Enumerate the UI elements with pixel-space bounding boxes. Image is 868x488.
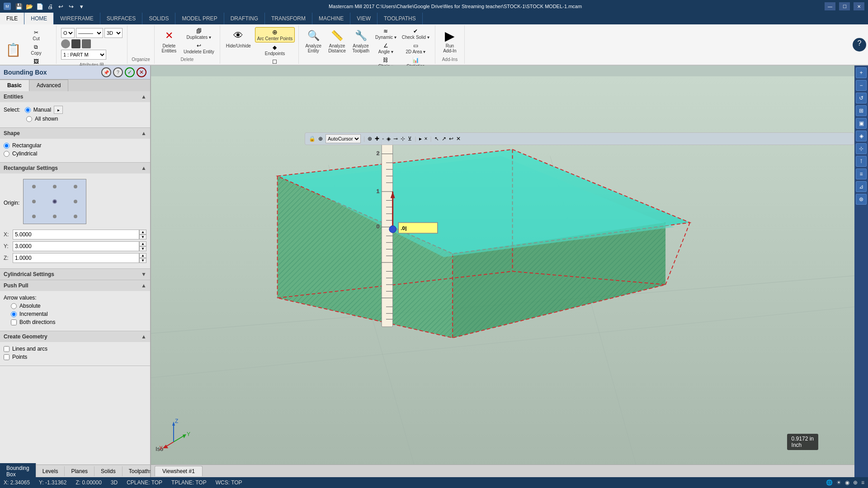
check-solid-button[interactable]: ✔ Check Solid ▾ xyxy=(400,27,431,41)
panel-cancel-button[interactable]: ✕ xyxy=(137,67,146,77)
size-z-down[interactable]: ▼ xyxy=(139,258,146,263)
origin-dot-bl[interactable] xyxy=(24,209,44,224)
color-select[interactable]: ——— xyxy=(76,28,103,38)
right-btn-2[interactable]: − xyxy=(856,80,867,91)
tab-levels[interactable]: Levels xyxy=(36,466,65,476)
size-x-up[interactable]: ▲ xyxy=(139,230,146,235)
size-z-input[interactable] xyxy=(13,253,139,263)
right-btn-10[interactable]: ⊿ xyxy=(856,181,867,192)
ac-icon2[interactable]: ✚ xyxy=(375,136,379,142)
copy-button[interactable]: ⧉ Copy xyxy=(22,43,50,56)
rect-settings-header[interactable]: Rectangular Settings ▲ xyxy=(0,163,150,174)
maximize-button[interactable]: ☐ xyxy=(839,2,850,10)
size-y-down[interactable]: ▼ xyxy=(139,246,146,251)
line-style[interactable] xyxy=(71,39,80,48)
2d-area-button[interactable]: ▭ 2D Area ▾ xyxy=(400,42,431,55)
autocursor-select[interactable]: AutoCursor xyxy=(326,134,361,143)
manual-radio[interactable] xyxy=(25,107,31,113)
tab-planes[interactable]: Planes xyxy=(65,466,94,476)
right-btn-11[interactable]: ⊛ xyxy=(856,194,867,205)
delete-entities-button[interactable]: ✕ DeleteEntities xyxy=(158,27,180,55)
ac-icon8[interactable]: ▸ xyxy=(419,136,422,142)
rectangular-radio[interactable] xyxy=(4,143,9,149)
qat-redo[interactable]: ↪ xyxy=(66,2,75,11)
points-check[interactable] xyxy=(4,354,9,360)
qat-save[interactable]: 💾 xyxy=(14,2,24,11)
tab-bounding-box[interactable]: Bounding Box xyxy=(0,463,36,478)
both-directions-check[interactable] xyxy=(11,319,17,325)
right-btn-8[interactable]: ⊺ xyxy=(856,156,867,167)
hide-unhide-button[interactable]: 👁 Hide/Unhide xyxy=(224,27,253,50)
origin-dot-tl[interactable] xyxy=(24,179,44,194)
shape-header[interactable]: Shape ▲ xyxy=(0,128,150,139)
run-addin-button[interactable]: ▶ RunAdd-In xyxy=(439,27,461,55)
panel-ok-button[interactable]: ✓ xyxy=(125,67,135,77)
ac-icon6[interactable]: ⊹ xyxy=(401,136,405,142)
status-icon-2[interactable]: ☀ xyxy=(836,479,841,486)
minimize-button[interactable]: — xyxy=(825,2,835,10)
arc-center-points-button[interactable]: ⊕ Arc Center Points xyxy=(255,27,295,42)
angle-button[interactable]: ∠ Angle ▾ xyxy=(373,42,398,55)
right-btn-9[interactable]: ≡ xyxy=(856,169,867,179)
absolute-radio[interactable] xyxy=(11,303,17,309)
plane-select[interactable]: O xyxy=(61,28,75,38)
color-swatch[interactable] xyxy=(61,39,70,48)
cylindrical-radio[interactable] xyxy=(4,151,9,157)
tab-view[interactable]: VIEW xyxy=(350,13,377,24)
tab-file[interactable]: FILE xyxy=(0,13,24,24)
origin-preview[interactable] xyxy=(23,179,86,224)
create-geometry-header[interactable]: Create Geometry ▲ xyxy=(0,331,150,342)
ac-icon7[interactable]: ⊻ xyxy=(408,136,412,142)
incremental-radio[interactable] xyxy=(11,311,17,317)
help-button[interactable]: ? xyxy=(853,38,866,52)
ac-icon11[interactable]: ↗ xyxy=(442,136,446,142)
ac-icon3[interactable]: ◦ xyxy=(382,136,384,142)
undelete-button[interactable]: ↩ Undelete Entity xyxy=(182,42,216,55)
tab-basic[interactable]: Basic xyxy=(0,80,29,91)
ac-icon4[interactable]: ◈ xyxy=(387,136,391,142)
right-btn-3[interactable]: ↺ xyxy=(856,93,867,103)
tab-advanced[interactable]: Advanced xyxy=(29,80,68,91)
ac-icon10[interactable]: ↖ xyxy=(434,136,439,142)
qat-undo[interactable]: ↩ xyxy=(56,2,65,11)
qat-print[interactable]: 🖨 xyxy=(46,2,55,11)
viewsheet-tab[interactable]: Viewsheet #1 xyxy=(155,466,203,476)
tab-modelprep[interactable]: MODEL PREP xyxy=(175,13,224,24)
tab-machine[interactable]: MACHINE xyxy=(312,13,350,24)
analyze-entity-button[interactable]: 🔍 AnalyzeEntity xyxy=(302,27,324,55)
size-y-up[interactable]: ▲ xyxy=(139,241,146,246)
status-icon-1[interactable]: 🌐 xyxy=(826,479,833,486)
right-btn-5[interactable]: ▣ xyxy=(856,118,867,129)
origin-dot-br[interactable] xyxy=(65,209,86,224)
lines-arcs-check[interactable] xyxy=(4,346,9,352)
viewport[interactable]: 🔒 ⊕ AutoCursor | ⊕ ✚ ◦ ◈ ⊸ ⊹ ⊻ | ▸ × | ↖… xyxy=(151,66,854,477)
tab-drafting[interactable]: DRAFTING xyxy=(224,13,265,24)
size-x-input[interactable] xyxy=(13,230,139,239)
origin-dot-mc[interactable] xyxy=(44,194,65,209)
ac-icon13[interactable]: ✕ xyxy=(456,136,461,142)
tab-surfaces[interactable]: SURFACES xyxy=(100,13,143,24)
scale-select[interactable]: 1 : PART M xyxy=(61,50,106,60)
select-manual-button[interactable]: ▸ xyxy=(54,106,63,114)
close-button[interactable]: ✕ xyxy=(854,2,864,10)
tab-solids[interactable]: SOLIDS xyxy=(142,13,175,24)
tab-toolpaths[interactable]: Toolpaths xyxy=(123,466,151,476)
endpoints-button[interactable]: ◆ Endpoints xyxy=(255,43,295,57)
allshown-radio[interactable] xyxy=(26,116,32,122)
right-btn-4[interactable]: ⊞ xyxy=(856,105,867,116)
origin-dot-mr[interactable] xyxy=(65,194,86,209)
qat-open[interactable]: 📂 xyxy=(25,2,34,11)
analyze-distance-button[interactable]: 📏 AnalyzeDistance xyxy=(326,27,348,55)
size-z-up[interactable]: ▲ xyxy=(139,253,146,258)
tab-toolpaths[interactable]: TOOLPATHS xyxy=(377,13,423,24)
origin-dot-tr[interactable] xyxy=(65,179,86,194)
size-y-input[interactable] xyxy=(13,241,139,251)
push-pull-header[interactable]: Push Pull ▲ xyxy=(0,280,150,291)
ac-icon1[interactable]: ⊕ xyxy=(368,136,372,142)
tab-transform[interactable]: TRANSFORM xyxy=(265,13,312,24)
dynamic-button[interactable]: ≋ Dynamic ▾ xyxy=(373,27,398,41)
panel-help-button[interactable]: ? xyxy=(113,67,123,77)
ac-icon9[interactable]: × xyxy=(425,136,428,142)
entities-header[interactable]: Entities ▲ xyxy=(0,91,150,102)
duplicates-button[interactable]: 🗐 Duplicates ▾ xyxy=(182,27,216,41)
